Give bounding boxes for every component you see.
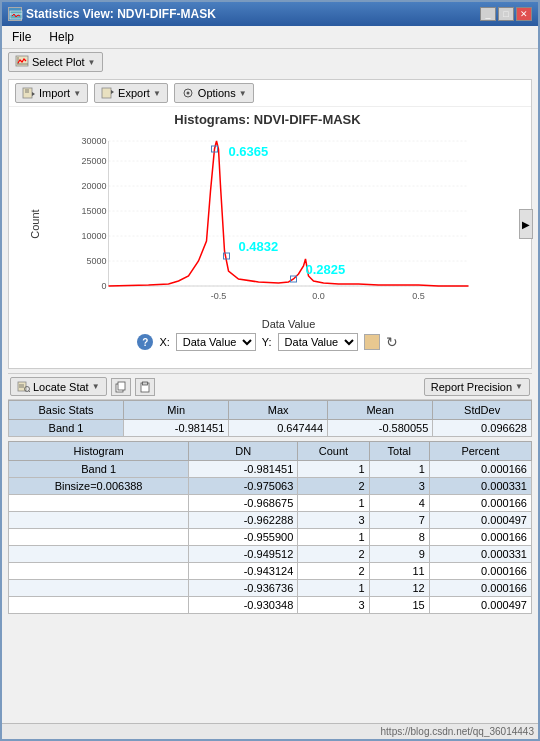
band1-min: -0.981451 — [124, 420, 229, 437]
locate-stat-arrow: ▼ — [92, 382, 100, 391]
band1-stddev: 0.096628 — [433, 420, 532, 437]
hist-row7-total: 12 — [369, 580, 429, 597]
report-precision-arrow: ▼ — [515, 382, 523, 391]
close-button[interactable]: ✕ — [516, 7, 532, 21]
hist-row4-count: 1 — [298, 529, 369, 546]
y-axis-control-label: Y: — [262, 336, 272, 348]
chart-title: Histograms: NDVI-DIFF-MASK — [14, 112, 521, 127]
svg-text:0.6365: 0.6365 — [229, 144, 269, 159]
hist-row1-count: 2 — [298, 478, 369, 495]
paste-button[interactable] — [135, 378, 155, 396]
copy-icon — [115, 381, 127, 393]
hist-row4-dn: -0.955900 — [189, 529, 298, 546]
hist-row1-dn: -0.975063 — [189, 478, 298, 495]
col-max: Max — [229, 401, 328, 420]
options-button[interactable]: Options ▼ — [174, 83, 254, 103]
title-controls: _ □ ✕ — [480, 7, 532, 21]
export-icon — [101, 86, 115, 100]
svg-marker-8 — [32, 92, 35, 96]
color-picker-button[interactable] — [364, 334, 380, 350]
svg-text:20000: 20000 — [81, 181, 106, 191]
col-dn: DN — [189, 442, 298, 461]
hist-row5-label — [9, 546, 189, 563]
locate-stat-icon — [17, 380, 30, 393]
hist-row4-label — [9, 529, 189, 546]
svg-text:25000: 25000 — [81, 156, 106, 166]
svg-rect-9 — [102, 88, 111, 98]
hist-row2-label — [9, 495, 189, 512]
table-row: -0.962288 3 7 0.000497 — [9, 512, 532, 529]
table-row: -0.943124 2 11 0.000166 — [9, 563, 532, 580]
chart-icon — [15, 55, 29, 69]
hist-row8-dn: -0.930348 — [189, 597, 298, 614]
stat-panel: Locate Stat ▼ Report Precision ▼ — [8, 373, 532, 719]
hist-row3-dn: -0.962288 — [189, 512, 298, 529]
svg-text:0: 0 — [101, 281, 106, 291]
minimize-button[interactable]: _ — [480, 7, 496, 21]
table-row: -0.936736 1 12 0.000166 — [9, 580, 532, 597]
svg-text:-0.5: -0.5 — [211, 291, 227, 301]
svg-marker-10 — [111, 90, 114, 94]
svg-text:5000: 5000 — [86, 256, 106, 266]
maximize-button[interactable]: □ — [498, 7, 514, 21]
chart-container: Import ▼ Export ▼ Options ▼ — [8, 79, 532, 369]
svg-line-43 — [29, 391, 31, 393]
svg-text:0.5: 0.5 — [412, 291, 425, 301]
hist-row6-label — [9, 563, 189, 580]
main-window: Statistics View: NDVI-DIFF-MASK _ □ ✕ Fi… — [0, 0, 540, 741]
svg-text:0.4832: 0.4832 — [239, 239, 279, 254]
import-button[interactable]: Import ▼ — [15, 83, 88, 103]
menu-file[interactable]: File — [8, 28, 35, 46]
select-plot-label: Select Plot — [32, 56, 85, 68]
band1-label: Band 1 — [9, 420, 124, 437]
menu-bar: File Help — [2, 26, 538, 49]
report-precision-label: Report Precision — [431, 381, 512, 393]
export-button[interactable]: Export ▼ — [94, 83, 168, 103]
report-precision-button[interactable]: Report Precision ▼ — [424, 378, 530, 396]
stat-table-container[interactable]: Basic Stats Min Max Mean StdDev Band 1 -… — [8, 400, 532, 719]
stat-toolbar: Locate Stat ▼ Report Precision ▼ — [8, 374, 532, 400]
status-url: https://blog.csdn.net/qq_36014443 — [381, 726, 534, 737]
x-axis-select[interactable]: Data Value — [176, 333, 256, 351]
menu-help[interactable]: Help — [45, 28, 78, 46]
locate-stat-button[interactable]: Locate Stat ▼ — [10, 377, 107, 396]
import-arrow: ▼ — [73, 89, 81, 98]
hist-row7-percent: 0.000166 — [429, 580, 531, 597]
histogram-band1-row: Band 1 -0.981451 1 1 0.000166 — [9, 461, 532, 478]
hist-row2-count: 1 — [298, 495, 369, 512]
hist-row3-count: 3 — [298, 512, 369, 529]
col-basic-stats: Basic Stats — [9, 401, 124, 420]
hist-row4-total: 8 — [369, 529, 429, 546]
col-histogram: Histogram — [9, 442, 189, 461]
svg-rect-45 — [118, 382, 125, 390]
refresh-button[interactable]: ↻ — [386, 334, 398, 350]
chart-area: Histograms: NDVI-DIFF-MASK Count — [9, 107, 531, 352]
hist-row6-percent: 0.000166 — [429, 563, 531, 580]
svg-text:15000: 15000 — [81, 206, 106, 216]
chart-toolbar: Import ▼ Export ▼ Options ▼ — [9, 80, 531, 107]
hist-row1-percent: 0.000331 — [429, 478, 531, 495]
col-count: Count — [298, 442, 369, 461]
side-expand-button[interactable]: ▶ — [519, 209, 533, 239]
hist-row5-percent: 0.000331 — [429, 546, 531, 563]
import-icon — [22, 86, 36, 100]
histogram-chart: 0 5000 10000 15000 20000 25000 30000 -0.… — [56, 131, 521, 316]
col-total: Total — [369, 442, 429, 461]
hist-row7-count: 1 — [298, 580, 369, 597]
hist-row5-dn: -0.949512 — [189, 546, 298, 563]
hist-row6-total: 11 — [369, 563, 429, 580]
select-plot-button[interactable]: Select Plot ▼ — [8, 52, 103, 72]
svg-rect-47 — [142, 382, 147, 385]
col-stddev: StdDev — [433, 401, 532, 420]
title-bar: Statistics View: NDVI-DIFF-MASK _ □ ✕ — [2, 2, 538, 26]
svg-rect-13 — [99, 131, 479, 316]
help-icon[interactable]: ? — [137, 334, 153, 350]
export-label: Export — [118, 87, 150, 99]
y-axis-select[interactable]: Data Value — [278, 333, 358, 351]
histogram-binsize-row: Binsize=0.006388 -0.975063 2 3 0.000331 — [9, 478, 532, 495]
table-row: -0.949512 2 9 0.000331 — [9, 546, 532, 563]
table-row: -0.968675 1 4 0.000166 — [9, 495, 532, 512]
y-axis-label: Count — [29, 203, 41, 245]
band1-max: 0.647444 — [229, 420, 328, 437]
copy-button[interactable] — [111, 378, 131, 396]
